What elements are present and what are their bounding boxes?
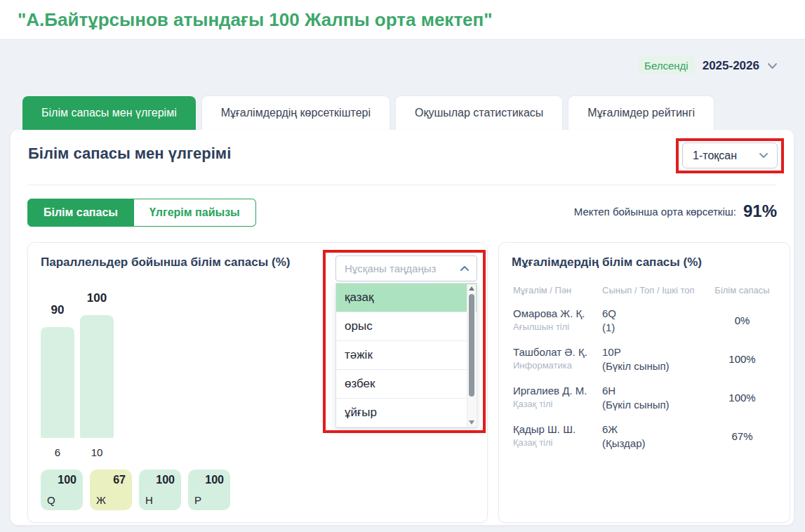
- class-name: 6Ж: [602, 423, 707, 435]
- variant-option[interactable]: ұйғыр: [336, 399, 477, 427]
- bar-chart-x-labels: 6 10: [41, 446, 114, 458]
- variant-option-label: ұйғыр: [345, 406, 377, 420]
- chevron-up-icon: [460, 265, 470, 272]
- teacher-subject: Информатика: [513, 360, 602, 371]
- view-toggle: Білім сапасы Үлгерім пайызы: [27, 199, 256, 227]
- section-title: Білім сапасы мен үлгерімі: [28, 145, 231, 163]
- bar-column: 100: [80, 291, 114, 438]
- teacher-cell: Иргалиев Д. М. Қазақ тілі: [513, 385, 602, 411]
- teacher-name: Қадыр Ш. Ш.: [513, 423, 602, 435]
- school-average: Мектеп бойынша орта көрсеткіш: 91%: [574, 201, 777, 221]
- class-name: 6Н: [602, 385, 707, 397]
- chevron-down-icon: [759, 152, 769, 159]
- variant-option-label: тәжік: [345, 348, 373, 362]
- column-header-class: Сынып / Топ / Ішкі топ: [602, 285, 707, 295]
- column-header-teacher: Мұғалім / Пән: [513, 285, 602, 295]
- dashboard-page: "А.Байтұрсынов атындағы 100 Жалпы орта м…: [0, 0, 805, 532]
- table-header: Мұғалім / Пән Сынып / Топ / Ішкі топ Біл…: [513, 285, 777, 295]
- tab-label: Мұғалімдер рейтингі: [587, 107, 695, 119]
- quality-toggle-button[interactable]: Білім сапасы: [27, 199, 134, 227]
- tile-value: 100: [205, 474, 224, 486]
- column-header-quality: Білім сапасы: [707, 285, 777, 295]
- page-title: "А.Байтұрсынов атындағы 100 Жалпы орта м…: [18, 0, 493, 39]
- teachers-card-title: Мұғалімдердің білім сапасы (%): [512, 255, 702, 270]
- teacher-name: Иргалиев Д. М.: [513, 385, 602, 397]
- variant-option-label: орыс: [345, 319, 373, 333]
- class-tile: 100 Q: [41, 470, 83, 510]
- quarter-select[interactable]: 1-тоқсан: [682, 142, 778, 168]
- parallels-quality-card: Параллельдер бойынша білім сапасы (%) Нұ…: [27, 242, 488, 523]
- variant-option[interactable]: тәжік: [336, 341, 477, 370]
- class-tile: 100 Н: [139, 470, 181, 510]
- variant-option[interactable]: орыс: [336, 312, 477, 341]
- status-badge: Белсенді: [638, 57, 695, 74]
- bar-x-label: 6: [41, 446, 74, 458]
- quality-value: 100%: [707, 353, 777, 365]
- table-row: Омарова Ж. Қ. Ағылшын тілі 6Q (1) 0%: [513, 307, 777, 333]
- tab[interactable]: Мұғалімдердің көрсеткіштері: [202, 96, 390, 130]
- class-cell: 6Q (1): [602, 307, 707, 333]
- table-row: Қадыр Ш. Ш. Қазақ тілі 6Ж (Қыздар) 67%: [513, 423, 777, 449]
- quality-value: 100%: [707, 392, 777, 404]
- class-tiles: 100 Q 67 Ж 100 Н 100 Р: [41, 470, 230, 510]
- variant-select[interactable]: Нұсқаны таңдаңыз: [335, 255, 477, 281]
- class-name: 6Q: [602, 307, 707, 319]
- divider: [28, 185, 776, 185]
- teacher-cell: Омарова Ж. Қ. Ағылшын тілі: [513, 307, 602, 333]
- quality-value: 0%: [707, 314, 777, 326]
- chevron-down-icon[interactable]: [767, 62, 778, 69]
- scroll-down-arrow-icon[interactable]: [469, 420, 474, 425]
- group-name: (Қыздар): [602, 437, 707, 449]
- teacher-cell: Қадыр Ш. Ш. Қазақ тілі: [513, 423, 602, 449]
- tab-label: Білім сапасы мен үлгерімі: [41, 107, 177, 119]
- class-cell: 10P (Бүкіл сынып): [602, 346, 707, 372]
- teachers-table: Омарова Ж. Қ. Ағылшын тілі 6Q (1) 0% Таш…: [513, 307, 777, 462]
- group-name: (Бүкіл сынып): [602, 399, 707, 411]
- teacher-subject: Қазақ тілі: [513, 437, 602, 448]
- tile-letter: Q: [47, 494, 55, 506]
- school-year-select[interactable]: 2025-2026: [703, 59, 759, 73]
- class-tile: 67 Ж: [90, 470, 132, 510]
- group-name: (1): [602, 321, 707, 333]
- tile-letter: Р: [194, 494, 201, 506]
- tile-value: 100: [156, 474, 175, 486]
- teacher-name: Ташболат Ә. Қ.: [513, 346, 602, 358]
- teacher-name: Омарова Ж. Қ.: [513, 307, 602, 319]
- teacher-subject: Қазақ тілі: [513, 399, 602, 409]
- bar-x-label: 10: [80, 446, 114, 458]
- class-tile: 100 Р: [188, 470, 230, 510]
- school-average-label: Мектеп бойынша орта көрсеткіш:: [574, 206, 736, 218]
- bar: [41, 327, 74, 438]
- teacher-subject: Ағылшын тілі: [513, 321, 602, 332]
- variant-option[interactable]: қазақ: [336, 284, 477, 312]
- quality-value: 67%: [707, 430, 777, 442]
- tile-letter: Н: [145, 494, 153, 506]
- teacher-cell: Ташболат Ә. Қ. Информатика: [513, 346, 602, 372]
- variant-select-placeholder: Нұсқаны таңдаңыз: [345, 262, 436, 274]
- tab[interactable]: Оқушылар статистикасы: [396, 96, 562, 130]
- bar: [80, 315, 114, 438]
- scrollbar-thumb[interactable]: [469, 294, 474, 397]
- quarter-select-value: 1-тоқсан: [693, 149, 737, 162]
- class-cell: 6Ж (Қыздар): [602, 423, 707, 449]
- tile-letter: Ж: [96, 494, 106, 506]
- group-name: (Бүкіл сынып): [602, 360, 707, 372]
- school-average-value: 91%: [743, 201, 777, 221]
- table-row: Ташболат Ә. Қ. Информатика 10P (Бүкіл сы…: [513, 346, 777, 372]
- tile-value: 67: [113, 474, 126, 486]
- tile-value: 100: [58, 474, 76, 486]
- tab-label: Оқушылар статистикасы: [415, 107, 543, 119]
- tab-label: Мұғалімдердің көрсеткіштері: [221, 107, 371, 119]
- tab[interactable]: Білім сапасы мен үлгерімі: [22, 96, 196, 130]
- dropdown-scrollbar[interactable]: [467, 284, 476, 427]
- tab[interactable]: Мұғалімдер рейтингі: [568, 96, 714, 130]
- top-bar: "А.Байтұрсынов атындағы 100 Жалпы орта м…: [0, 0, 805, 40]
- main-panel: Білім сапасы мен үлгерімі 1-тоқсан Білім…: [11, 130, 794, 525]
- scroll-up-arrow-icon[interactable]: [469, 286, 474, 291]
- variant-option[interactable]: өзбек: [336, 370, 477, 399]
- teachers-quality-card: Мұғалімдердің білім сапасы (%) Мұғалім /…: [498, 242, 790, 523]
- bar-column: 90: [41, 303, 74, 438]
- variant-option-list: қазақ орыс тәжік өзбек ұйғыр: [335, 283, 477, 428]
- variant-option-label: өзбек: [345, 377, 375, 391]
- progress-toggle-button[interactable]: Үлгерім пайызы: [134, 199, 256, 227]
